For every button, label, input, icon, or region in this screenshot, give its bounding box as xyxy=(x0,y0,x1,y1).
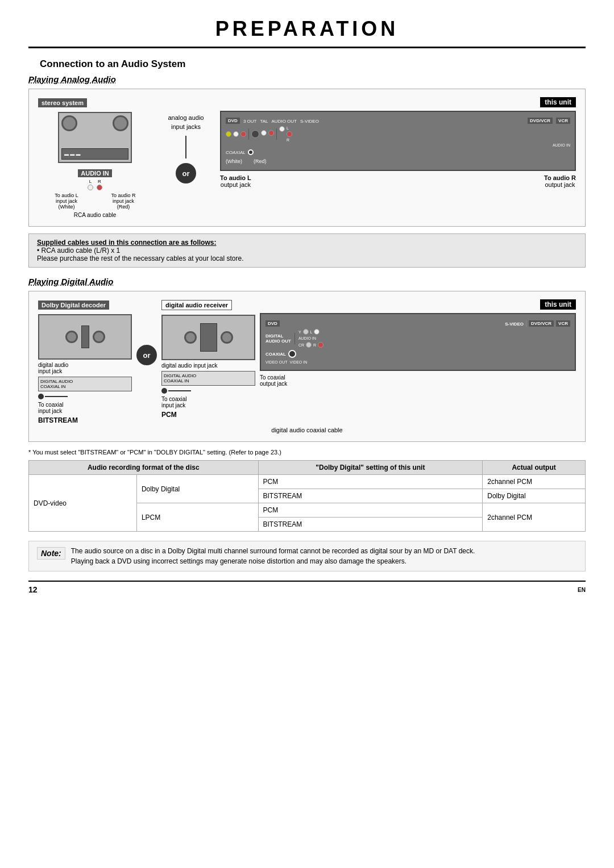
or-circle: or xyxy=(176,163,196,183)
analog-audio-section: Playing Analog Audio stereo system ▬ ▬ xyxy=(28,74,586,268)
output-jack-l-label: output jack xyxy=(220,181,251,188)
dvd-audio-r-jack xyxy=(240,131,246,137)
vcr-label: VCR xyxy=(556,118,570,124)
speaker-right-icon xyxy=(113,115,128,131)
output-table: Audio recording format of the disc "Dolb… xyxy=(28,460,586,532)
bitstream-setting-cell: BITSTREAM xyxy=(258,489,483,503)
digital-coaxial-row: COAXIAL xyxy=(265,350,570,358)
note-label-container: Note: xyxy=(37,547,65,565)
red-label: (Red) xyxy=(103,204,143,210)
digital-dvd-label: DVD xyxy=(265,320,280,327)
digital-subsection-title: Playing Digital Audio xyxy=(28,277,586,286)
col-setting: "Dolby Digital" setting of this unit xyxy=(258,461,483,475)
digital-or-section: or xyxy=(136,299,157,365)
line1 xyxy=(45,396,68,397)
stereo-component: ▬ ▬ ▬ xyxy=(61,148,128,160)
r-label: R xyxy=(287,138,292,142)
info-title: Supplied cables used in this connection … xyxy=(37,239,216,247)
digital-audio-input-label: digital audio input jack xyxy=(38,362,132,374)
audio-in-l-jack xyxy=(88,185,93,190)
cr-r-row: CR R xyxy=(298,342,323,348)
r-label-d: R xyxy=(313,343,316,347)
back-panel-digital: DVD S-VIDEO DVD/VCR VCR DIGITAL AUDIO OU… xyxy=(260,313,576,371)
r-jack-d xyxy=(318,342,323,348)
dolby-label: Dolby Digital decoder xyxy=(38,301,109,310)
to-audio-r-output: To audio R xyxy=(544,174,576,181)
info-note: Please purchase the rest of the necessar… xyxy=(37,254,244,262)
digital-audio-coaxial2: DIGITAL AUDIO xyxy=(164,373,253,378)
table-body: DVD-video Dolby Digital PCM 2channel PCM… xyxy=(29,475,586,532)
table-row: DVD-video Dolby Digital PCM 2channel PCM xyxy=(29,475,586,489)
section-title: Connection to an Audio System xyxy=(40,59,586,70)
red2-label: (Red) xyxy=(254,158,267,164)
coaxial-in2: COAXIAL IN xyxy=(164,378,253,383)
note-text2: Playing back a DVD using incorrect setti… xyxy=(71,557,475,565)
output-red-jack xyxy=(268,130,274,136)
digital-receiver-label: digital audio receiver xyxy=(161,300,232,310)
stereo-system-section: stereo system ▬ ▬ ▬ AUD xyxy=(38,97,152,218)
coaxial-in-box2: DIGITAL AUDIO COAXIAL IN xyxy=(161,371,255,386)
rca-cable-label: RCA audio cable xyxy=(38,212,152,218)
receiver-speaker-left xyxy=(184,331,197,344)
dvd-vcr-label: DVD/VCR xyxy=(528,118,553,124)
white-label: (White) xyxy=(47,204,86,210)
cr-jack xyxy=(306,342,312,348)
input-jack-r-label: input jack xyxy=(103,198,143,204)
l-label: L xyxy=(287,126,292,130)
lpcm-cell: LPCM xyxy=(136,503,258,532)
left-label: L xyxy=(89,179,92,184)
speaker-left-icon xyxy=(61,115,77,131)
analog-diagram-box: stereo system ▬ ▬ ▬ AUD xyxy=(28,89,586,227)
digital-vcr-label: VCR xyxy=(556,320,570,327)
this-unit-section: this unit DVD 3 OUT TAL AUDIO OUT S-VIDE… xyxy=(220,97,576,188)
dolby-speaker-left xyxy=(65,331,78,343)
right-label: R xyxy=(98,179,101,184)
audio-in-r-jack xyxy=(97,185,102,190)
to-audio-r-output-section: To audio R output jack xyxy=(544,174,576,188)
digital-audio-section: Playing Digital Audio Dolby Digital deco… xyxy=(28,277,586,532)
to-audio-l-output: To audio L xyxy=(220,174,251,181)
jacks-row: L R xyxy=(226,126,570,142)
digital-coaxial-jack xyxy=(288,350,296,358)
panel-labels-row: DVD 3 OUT TAL AUDIO OUT S-VIDEO DVD/VCR … xyxy=(226,118,570,124)
y-cr-row: Y L xyxy=(298,329,323,335)
pcm-setting-cell: PCM xyxy=(258,475,483,489)
digital-s-video-label: S-VIDEO xyxy=(505,322,524,327)
digital-panel-jacks: Y L AUDIO IN CR R xyxy=(298,329,323,348)
digital-or-circle: or xyxy=(136,345,157,365)
digital-audio-out-label: DIGITAL AUDIO OUT xyxy=(265,333,291,344)
analog-subsection-title: Playing Analog Audio xyxy=(28,74,586,84)
note-text: The audio source on a disc in a Dolby Di… xyxy=(71,547,475,565)
analog-info-box: Supplied cables used in this connection … xyxy=(28,233,586,268)
coaxial-plug2 xyxy=(161,388,255,394)
y-label: Y xyxy=(298,330,301,334)
dvd-video-cell: DVD-video xyxy=(29,475,137,532)
coaxial-label: COAXIAL xyxy=(226,150,246,155)
col-disc-format: Audio recording format of the disc xyxy=(29,461,259,475)
digital-this-unit-label: this unit xyxy=(540,299,576,310)
line2 xyxy=(168,390,191,391)
digital-this-unit-section: this unit DVD S-VIDEO DVD/VCR VCR xyxy=(260,299,576,387)
vcr-r-jack xyxy=(287,131,292,137)
vcr-jacks: L R xyxy=(279,126,292,142)
vcr-l-jack xyxy=(279,126,285,132)
lang-label: EN xyxy=(578,587,586,593)
input-jack-l-label: input jack xyxy=(47,198,86,204)
to-coaxial-input1: To coaxial input jack xyxy=(38,402,132,414)
audio-in-jacks: L R xyxy=(38,179,152,190)
bitstream-label: BITSTREAM xyxy=(38,416,132,424)
digital-audio-out-row: DIGITAL AUDIO OUT Y L xyxy=(265,329,570,348)
2ch-pcm-output-cell2: 2channel PCM xyxy=(483,503,586,532)
white2-label: (White) xyxy=(226,158,242,164)
svideo-jacks xyxy=(251,130,274,138)
receiver-body xyxy=(200,323,217,352)
to-coaxial-output-label: To coaxial output jack xyxy=(260,374,576,387)
analog-middle: analog audio input jacks or xyxy=(157,97,214,183)
bitstream-setting-cell2: BITSTREAM xyxy=(258,518,483,532)
digital-dvdvcr-label: DVD/VCR xyxy=(529,320,554,327)
pcm-label: PCM xyxy=(161,411,255,419)
note-label: Note: xyxy=(37,547,65,560)
y-jack xyxy=(303,329,309,335)
dolby-digital-cell: Dolby Digital xyxy=(136,475,258,503)
vcr-lr-jacks: L R xyxy=(287,126,292,142)
